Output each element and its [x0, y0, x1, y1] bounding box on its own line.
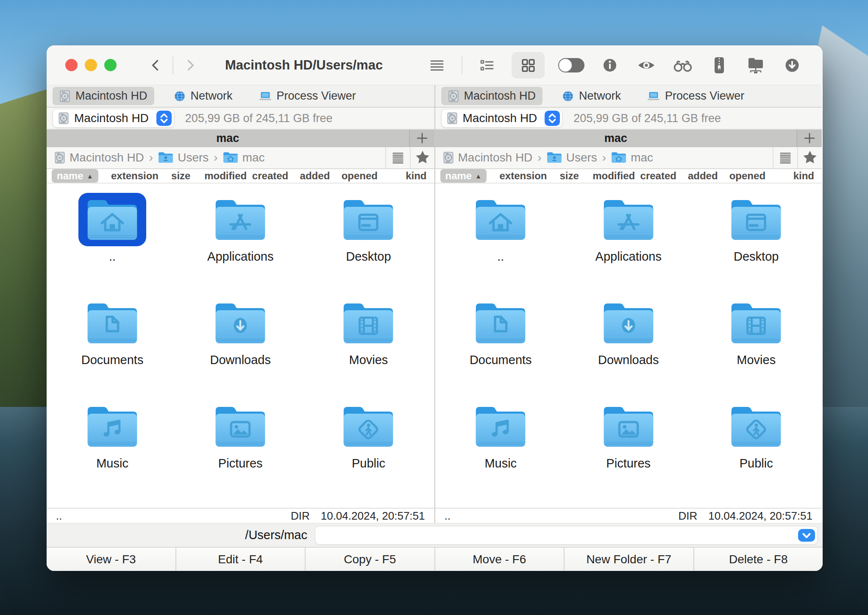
folder-label: Movies	[737, 353, 776, 367]
add-tab-button[interactable]	[409, 130, 434, 147]
folder-item-desktop[interactable]: Desktop	[693, 189, 821, 293]
breadcrumb-item-users[interactable]: Users	[158, 151, 209, 164]
folder-item-movies[interactable]: Movies	[304, 293, 432, 396]
column-header-name[interactable]: name▲	[52, 169, 111, 183]
folder-users-icon	[547, 151, 562, 164]
drive-selector[interactable]: Macintosh HD	[53, 109, 174, 128]
folder-item-pictures[interactable]: Pictures	[565, 396, 693, 500]
preview-toggle-button[interactable]	[557, 52, 585, 78]
drive-selector[interactable]: Macintosh HD	[441, 109, 563, 128]
column-header-kind[interactable]: kind	[382, 170, 429, 182]
folder-item-movies[interactable]: Movies	[693, 293, 821, 396]
tab-network[interactable]: Network	[555, 87, 628, 105]
column-header-added[interactable]: added	[292, 170, 337, 182]
tab-process-viewer[interactable]: Process Viewer	[252, 87, 363, 105]
add-tab-button[interactable]	[796, 130, 822, 147]
drive-free-space: 205,99 GB of 245,11 GB free	[573, 112, 721, 125]
folder-icon	[595, 296, 662, 350]
column-header-extension[interactable]: extension	[500, 170, 547, 182]
tab-macintosh-hd[interactable]: Macintosh HD	[441, 87, 543, 105]
function-key-f6[interactable]: Move - F6	[434, 548, 564, 571]
favorites-star-button[interactable]	[797, 147, 822, 168]
column-header-opened[interactable]: opened	[725, 170, 770, 182]
column-header-size[interactable]: size	[159, 170, 203, 182]
forward-button[interactable]	[179, 56, 200, 75]
folder-item-downloads[interactable]: Downloads	[176, 293, 304, 396]
folder-item-public[interactable]: Public	[693, 396, 821, 500]
folder-item-pictures[interactable]: Pictures	[176, 396, 304, 500]
traffic-lights	[65, 59, 117, 71]
search-binoculars-button[interactable]	[671, 52, 695, 78]
folder-icon	[595, 193, 662, 246]
breadcrumb-item-macintosh-hd[interactable]: Macintosh HD	[54, 151, 144, 164]
folder-home-icon	[611, 151, 626, 164]
archive-zip-button[interactable]	[707, 52, 731, 78]
command-history-dropdown-button[interactable]	[798, 529, 815, 542]
stepper-icon[interactable]	[156, 111, 172, 126]
back-button[interactable]	[145, 56, 167, 75]
folder-icon	[206, 193, 274, 246]
tab-process-viewer[interactable]: Process Viewer	[640, 87, 751, 105]
list-view-button[interactable]	[475, 52, 499, 78]
sort-ascending-icon: ▲	[87, 173, 93, 180]
function-key-f5[interactable]: Copy - F5	[305, 548, 434, 571]
info-button[interactable]	[598, 52, 622, 78]
breadcrumb-item-users[interactable]: Users	[547, 151, 597, 164]
hamburger-menu-button[interactable]	[425, 52, 449, 78]
folder-label: Downloads	[210, 353, 271, 367]
plus-icon	[801, 130, 818, 147]
tab-macintosh-hd[interactable]: Macintosh HD	[53, 87, 154, 105]
column-headers: name▲extensionsizemodifiedcreatedaddedop…	[435, 169, 822, 184]
network-folder-button[interactable]	[744, 52, 768, 78]
zoom-button[interactable]	[104, 59, 117, 71]
info-icon	[601, 56, 619, 75]
column-header-added[interactable]: added	[681, 170, 725, 182]
pane-header-title[interactable]: mac	[435, 130, 797, 147]
minimize-button[interactable]	[85, 59, 97, 71]
folder-item-parent[interactable]: ..	[48, 189, 176, 293]
folder-item-desktop[interactable]: Desktop	[304, 189, 432, 293]
view-options-button[interactable]	[385, 147, 410, 168]
command-input[interactable]	[315, 526, 818, 545]
folder-item-music[interactable]: Music	[48, 396, 176, 500]
breadcrumb-item-macintosh-hd[interactable]: Macintosh HD	[443, 151, 533, 164]
function-key-f3[interactable]: View - F3	[47, 548, 175, 571]
column-header-extension[interactable]: extension	[111, 170, 159, 182]
column-header-opened[interactable]: opened	[337, 170, 382, 182]
column-header-created[interactable]: created	[636, 170, 681, 182]
column-header-kind[interactable]: kind	[770, 170, 817, 182]
folder-item-downloads[interactable]: Downloads	[565, 293, 693, 396]
favorites-star-button[interactable]	[410, 147, 434, 168]
column-header-modified[interactable]: modified	[203, 170, 248, 182]
column-header-name[interactable]: name▲	[440, 169, 500, 183]
column-header-size[interactable]: size	[547, 170, 592, 182]
folder-icon	[78, 296, 146, 350]
download-circle-button[interactable]	[780, 52, 804, 78]
function-key-f7[interactable]: New Folder - F7	[564, 548, 693, 571]
pane-header-title[interactable]: mac	[47, 130, 409, 147]
folder-item-applications[interactable]: Applications	[565, 189, 693, 293]
stepper-icon[interactable]	[545, 111, 560, 126]
tab-network[interactable]: Network	[167, 87, 239, 105]
folder-item-public[interactable]: Public	[304, 396, 432, 500]
grid-view-button[interactable]	[512, 52, 545, 78]
close-button[interactable]	[65, 59, 78, 71]
column-header-created[interactable]: created	[248, 170, 292, 182]
column-header-modified[interactable]: modified	[592, 170, 636, 182]
function-key-f8[interactable]: Delete - F8	[693, 548, 823, 571]
breadcrumb-item-mac[interactable]: mac	[223, 151, 265, 164]
folder-item-parent[interactable]: ..	[437, 189, 565, 293]
folder-item-music[interactable]: Music	[437, 396, 565, 500]
breadcrumb-item-mac[interactable]: mac	[611, 151, 653, 164]
folder-item-documents[interactable]: Documents	[437, 293, 565, 396]
folder-item-applications[interactable]: Applications	[176, 189, 304, 293]
folder-icon	[206, 296, 274, 350]
quick-look-eye-button[interactable]	[634, 52, 658, 78]
function-key-f4[interactable]: Edit - F4	[175, 548, 305, 571]
folder-label: Desktop	[346, 250, 391, 264]
view-options-button[interactable]	[773, 147, 797, 168]
folder-label: Movies	[349, 353, 388, 367]
tab-label: Macintosh HD	[464, 89, 536, 103]
folder-item-documents[interactable]: Documents	[48, 293, 176, 396]
command-path-label: /Users/mac	[245, 528, 307, 542]
